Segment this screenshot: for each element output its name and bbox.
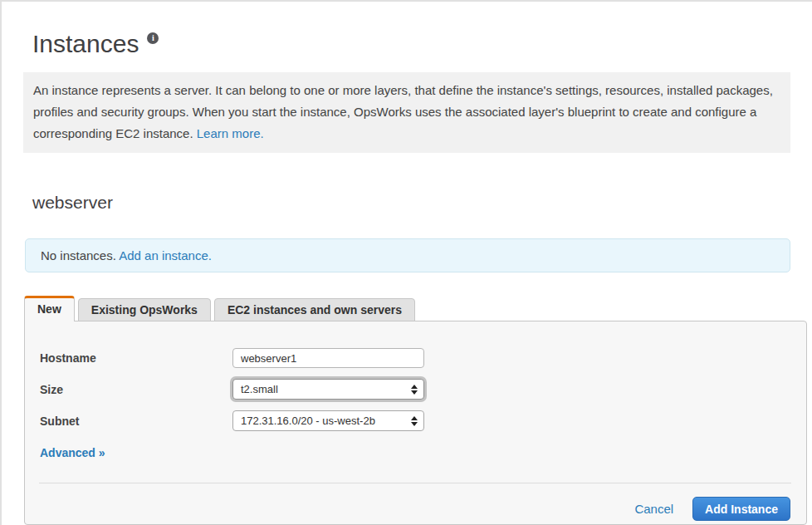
info-icon[interactable]: i (147, 32, 159, 44)
size-row: Size t2.small (40, 379, 806, 400)
panel-footer: Cancel Add Instance (25, 483, 806, 521)
subnet-select[interactable]: 172.31.16.0/20 - us-west-2b (232, 410, 424, 431)
hostname-label: Hostname (40, 351, 232, 365)
subnet-select-value: 172.31.16.0/20 - us-west-2b (241, 415, 375, 427)
select-updown-icon (411, 416, 418, 426)
subnet-label: Subnet (40, 415, 232, 428)
instance-source-tabs: New Existing OpsWorks EC2 instances and … (24, 296, 812, 321)
tab-new[interactable]: New (24, 296, 75, 321)
subnet-row: Subnet 172.31.16.0/20 - us-west-2b (40, 410, 806, 431)
notice-text: No instances. (41, 248, 119, 262)
tab-ec2-and-own-servers[interactable]: EC2 instances and own servers (214, 298, 415, 321)
cancel-button[interactable]: Cancel (634, 502, 673, 516)
add-instance-button[interactable]: Add Instance (692, 497, 790, 521)
hostname-row: Hostname (40, 321, 806, 368)
size-select[interactable]: t2.small (232, 379, 424, 400)
no-instances-notice: No instances. Add an instance. (25, 238, 790, 272)
hostname-input[interactable] (232, 348, 424, 368)
description-text: An instance represents a server. It can … (33, 83, 773, 140)
size-select-value: t2.small (241, 383, 278, 395)
page-title: Instances i (32, 30, 812, 58)
select-updown-icon (411, 385, 418, 395)
tab-existing-opsworks[interactable]: Existing OpsWorks (78, 298, 211, 321)
stack-name-heading: webserver (32, 193, 812, 213)
advanced-link[interactable]: Advanced » (40, 446, 105, 459)
size-label: Size (40, 383, 232, 396)
new-instance-panel: Hostname Size t2.small Subnet 172.31.16.… (24, 321, 807, 525)
learn-more-link[interactable]: Learn more. (197, 126, 264, 140)
add-an-instance-link[interactable]: Add an instance. (119, 248, 212, 262)
description-banner: An instance represents a server. It can … (23, 72, 790, 153)
page-title-text: Instances (32, 30, 139, 58)
